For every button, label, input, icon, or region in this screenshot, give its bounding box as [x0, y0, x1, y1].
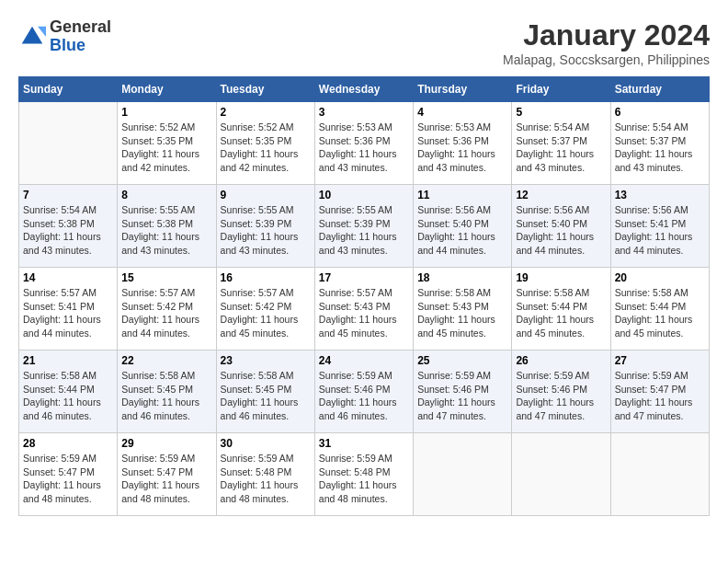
day-info: Sunrise: 5:52 AMSunset: 5:35 PMDaylight:…: [121, 121, 211, 175]
day-number: 9: [221, 189, 311, 201]
calendar-cell: 3Sunrise: 5:53 AMSunset: 5:36 PMDaylight…: [314, 102, 413, 185]
calendar-table: SundayMondayTuesdayWednesdayThursdayFrid…: [18, 76, 710, 516]
calendar-cell: [610, 433, 709, 516]
calendar-cell: 16Sunrise: 5:57 AMSunset: 5:42 PMDayligh…: [216, 268, 314, 350]
day-number: 23: [221, 354, 311, 367]
logo-general: General: [50, 18, 111, 37]
calendar-cell: 6Sunrise: 5:54 AMSunset: 5:37 PMDaylight…: [610, 102, 709, 185]
calendar-weekday-saturday: Saturday: [610, 77, 709, 102]
day-info: Sunrise: 5:55 AMSunset: 5:38 PMDaylight:…: [121, 203, 211, 258]
day-number: 27: [615, 354, 705, 367]
day-info: Sunrise: 5:52 AMSunset: 5:35 PMDaylight:…: [221, 121, 311, 175]
day-number: 21: [23, 354, 113, 367]
day-info: Sunrise: 5:53 AMSunset: 5:36 PMDaylight:…: [319, 121, 409, 175]
day-number: 13: [615, 189, 705, 201]
day-info: Sunrise: 5:54 AMSunset: 5:38 PMDaylight:…: [23, 203, 113, 258]
calendar-cell: 1Sunrise: 5:52 AMSunset: 5:35 PMDaylight…: [118, 102, 216, 185]
calendar-cell: [512, 433, 610, 516]
calendar-header-row: SundayMondayTuesdayWednesdayThursdayFrid…: [19, 77, 710, 102]
calendar-cell: 7Sunrise: 5:54 AMSunset: 5:38 PMDaylight…: [19, 185, 118, 268]
day-number: 6: [615, 106, 705, 119]
logo-text: General Blue: [50, 18, 111, 55]
day-info: Sunrise: 5:57 AMSunset: 5:41 PMDaylight:…: [23, 286, 113, 340]
day-info: Sunrise: 5:54 AMSunset: 5:37 PMDaylight:…: [516, 121, 606, 175]
day-number: 15: [121, 271, 211, 284]
day-info: Sunrise: 5:56 AMSunset: 5:41 PMDaylight:…: [615, 203, 705, 258]
day-number: 7: [23, 189, 113, 201]
day-info: Sunrise: 5:59 AMSunset: 5:47 PMDaylight:…: [615, 369, 705, 423]
day-number: 20: [615, 271, 705, 284]
day-number: 12: [516, 189, 606, 201]
day-info: Sunrise: 5:58 AMSunset: 5:45 PMDaylight:…: [221, 369, 311, 423]
calendar-cell: 26Sunrise: 5:59 AMSunset: 5:46 PMDayligh…: [512, 350, 610, 433]
calendar-weekday-tuesday: Tuesday: [216, 77, 314, 102]
day-number: 19: [516, 271, 606, 284]
calendar-cell: 10Sunrise: 5:55 AMSunset: 5:39 PMDayligh…: [314, 185, 413, 268]
calendar-cell: [19, 102, 118, 185]
day-info: Sunrise: 5:58 AMSunset: 5:44 PMDaylight:…: [23, 369, 113, 423]
calendar-weekday-thursday: Thursday: [414, 77, 512, 102]
day-number: 18: [417, 271, 507, 284]
day-info: Sunrise: 5:53 AMSunset: 5:36 PMDaylight:…: [417, 121, 507, 175]
day-number: 24: [319, 354, 409, 367]
calendar-cell: 11Sunrise: 5:56 AMSunset: 5:40 PMDayligh…: [414, 185, 512, 268]
calendar-weekday-monday: Monday: [118, 77, 216, 102]
day-number: 22: [121, 354, 211, 367]
calendar-cell: 17Sunrise: 5:57 AMSunset: 5:43 PMDayligh…: [314, 268, 413, 350]
day-info: Sunrise: 5:58 AMSunset: 5:44 PMDaylight:…: [615, 286, 705, 340]
day-info: Sunrise: 5:57 AMSunset: 5:42 PMDaylight:…: [221, 286, 311, 340]
day-number: 3: [319, 106, 409, 119]
logo: General Blue: [18, 18, 111, 55]
day-info: Sunrise: 5:55 AMSunset: 5:39 PMDaylight:…: [319, 203, 409, 258]
calendar-cell: 22Sunrise: 5:58 AMSunset: 5:45 PMDayligh…: [118, 350, 216, 433]
month-title: January 2024: [503, 18, 710, 52]
day-number: 1: [121, 106, 211, 119]
calendar-cell: 15Sunrise: 5:57 AMSunset: 5:42 PMDayligh…: [118, 268, 216, 350]
calendar-cell: 30Sunrise: 5:59 AMSunset: 5:48 PMDayligh…: [216, 433, 314, 516]
day-number: 16: [221, 271, 311, 284]
day-info: Sunrise: 5:58 AMSunset: 5:45 PMDaylight:…: [121, 369, 211, 423]
day-info: Sunrise: 5:59 AMSunset: 5:48 PMDaylight:…: [221, 452, 311, 506]
day-number: 29: [121, 437, 211, 450]
calendar-cell: 31Sunrise: 5:59 AMSunset: 5:48 PMDayligh…: [314, 433, 413, 516]
calendar-weekday-sunday: Sunday: [19, 77, 118, 102]
calendar-cell: 13Sunrise: 5:56 AMSunset: 5:41 PMDayligh…: [610, 185, 709, 268]
calendar-cell: 21Sunrise: 5:58 AMSunset: 5:44 PMDayligh…: [19, 350, 118, 433]
calendar-cell: 28Sunrise: 5:59 AMSunset: 5:47 PMDayligh…: [19, 433, 118, 516]
day-info: Sunrise: 5:56 AMSunset: 5:40 PMDaylight:…: [417, 203, 507, 258]
day-info: Sunrise: 5:54 AMSunset: 5:37 PMDaylight:…: [615, 121, 705, 175]
day-number: 5: [516, 106, 606, 119]
svg-marker-1: [38, 27, 46, 37]
calendar-cell: 4Sunrise: 5:53 AMSunset: 5:36 PMDaylight…: [414, 102, 512, 185]
calendar-cell: 2Sunrise: 5:52 AMSunset: 5:35 PMDaylight…: [216, 102, 314, 185]
calendar-cell: 19Sunrise: 5:58 AMSunset: 5:44 PMDayligh…: [512, 268, 610, 350]
calendar-week-row: 7Sunrise: 5:54 AMSunset: 5:38 PMDaylight…: [19, 185, 710, 268]
calendar-week-row: 28Sunrise: 5:59 AMSunset: 5:47 PMDayligh…: [19, 433, 710, 516]
title-section: January 2024 Malapag, Soccsksargen, Phil…: [503, 18, 710, 67]
location: Malapag, Soccsksargen, Philippines: [503, 52, 710, 67]
day-info: Sunrise: 5:57 AMSunset: 5:43 PMDaylight:…: [319, 286, 409, 340]
calendar-week-row: 21Sunrise: 5:58 AMSunset: 5:44 PMDayligh…: [19, 350, 710, 433]
calendar-cell: 12Sunrise: 5:56 AMSunset: 5:40 PMDayligh…: [512, 185, 610, 268]
day-info: Sunrise: 5:57 AMSunset: 5:42 PMDaylight:…: [121, 286, 211, 340]
day-info: Sunrise: 5:56 AMSunset: 5:40 PMDaylight:…: [516, 203, 606, 258]
day-number: 30: [221, 437, 311, 450]
calendar-cell: 29Sunrise: 5:59 AMSunset: 5:47 PMDayligh…: [118, 433, 216, 516]
day-info: Sunrise: 5:59 AMSunset: 5:46 PMDaylight:…: [417, 369, 507, 423]
day-number: 11: [417, 189, 507, 201]
calendar-cell: 5Sunrise: 5:54 AMSunset: 5:37 PMDaylight…: [512, 102, 610, 185]
svg-marker-0: [22, 27, 43, 44]
day-number: 14: [23, 271, 113, 284]
day-number: 8: [121, 189, 211, 201]
calendar-cell: [414, 433, 512, 516]
day-info: Sunrise: 5:58 AMSunset: 5:43 PMDaylight:…: [417, 286, 507, 340]
calendar-week-row: 14Sunrise: 5:57 AMSunset: 5:41 PMDayligh…: [19, 268, 710, 350]
day-info: Sunrise: 5:59 AMSunset: 5:46 PMDaylight:…: [319, 369, 409, 423]
day-info: Sunrise: 5:59 AMSunset: 5:48 PMDaylight:…: [319, 452, 409, 506]
day-number: 28: [23, 437, 113, 450]
calendar-week-row: 1Sunrise: 5:52 AMSunset: 5:35 PMDaylight…: [19, 102, 710, 185]
page-header: General Blue January 2024 Malapag, Soccs…: [18, 18, 710, 67]
day-number: 4: [417, 106, 507, 119]
day-number: 26: [516, 354, 606, 367]
day-info: Sunrise: 5:59 AMSunset: 5:46 PMDaylight:…: [516, 369, 606, 423]
